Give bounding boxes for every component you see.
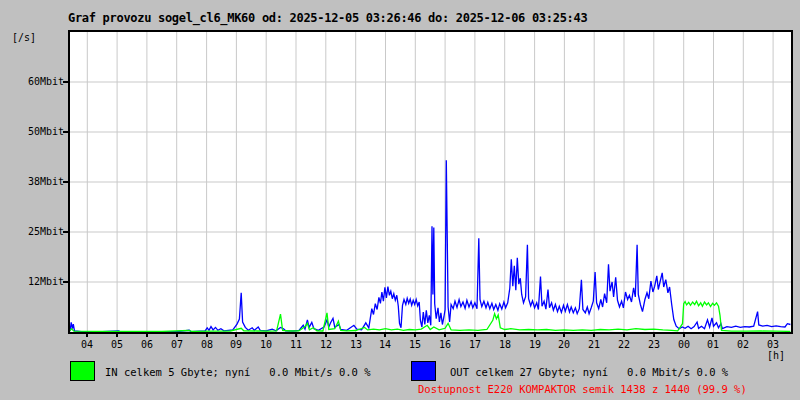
- availability-note: Dostupnost E220 KOMPAKTOR semik 1438 z 1…: [418, 383, 747, 395]
- x-tick-label: 02: [737, 340, 749, 350]
- x-tick-mark: [593, 334, 595, 337]
- x-tick-mark: [563, 334, 565, 337]
- y-tick-label: 60Mbit: [0, 77, 64, 87]
- x-tick-label: 04: [81, 340, 93, 350]
- x-tick-mark: [444, 334, 446, 337]
- x-tick-mark: [742, 334, 744, 337]
- x-tick-mark: [623, 334, 625, 337]
- x-tick-label: 00: [678, 340, 690, 350]
- x-tick-label: 07: [171, 340, 183, 350]
- plot-area: [68, 30, 793, 334]
- y-tick-mark: [63, 231, 69, 233]
- x-tick-mark: [504, 334, 506, 337]
- x-tick-label: 22: [618, 340, 630, 350]
- x-tick-label: 14: [379, 340, 391, 350]
- x-tick-mark: [474, 334, 476, 337]
- x-tick-mark: [534, 334, 536, 337]
- x-tick-label: 05: [111, 340, 123, 350]
- legend-out-label: OUT celkem 27 Gbyte; nyní 0.0 Mbit/s 0.0…: [450, 366, 728, 378]
- x-tick-mark: [683, 334, 685, 337]
- x-tick-mark: [146, 334, 148, 337]
- x-tick-label: 13: [350, 340, 362, 350]
- x-tick-mark: [116, 334, 118, 337]
- x-axis-unit-label: [h]: [767, 350, 785, 361]
- legend-out-swatch: [411, 361, 436, 381]
- x-tick-mark: [206, 334, 208, 337]
- x-tick-label: 12: [320, 340, 332, 350]
- x-tick-mark: [414, 334, 416, 337]
- x-tick-label: 08: [201, 340, 213, 350]
- x-tick-label: 11: [290, 340, 302, 350]
- page-title: Graf provozu sogel_cl6_MK60 od: 2025-12-…: [68, 11, 587, 25]
- legend-in-swatch: [70, 361, 95, 381]
- traffic-graph-page: { "title": "Graf provozu sogel_cl6_MK60 …: [0, 0, 800, 400]
- x-tick-label: 21: [588, 340, 600, 350]
- series-out-line: [70, 160, 790, 331]
- x-tick-mark: [176, 334, 178, 337]
- x-tick-label: 09: [230, 340, 242, 350]
- x-tick-mark: [235, 334, 237, 337]
- x-tick-mark: [772, 334, 774, 337]
- y-tick-label: 50Mbit: [0, 127, 64, 137]
- y-tick-mark: [63, 81, 69, 83]
- x-tick-label: 16: [439, 340, 451, 350]
- x-tick-mark: [295, 334, 297, 337]
- x-tick-mark: [653, 334, 655, 337]
- x-tick-label: 20: [558, 340, 570, 350]
- y-tick-label: 25Mbit: [0, 227, 64, 237]
- x-tick-mark: [355, 334, 357, 337]
- y-tick-mark: [63, 131, 69, 133]
- y-tick-label: 12Mbit: [0, 277, 64, 287]
- x-tick-label: 23: [648, 340, 660, 350]
- x-tick-mark: [712, 334, 714, 337]
- y-tick-label: 38Mbit: [0, 177, 64, 187]
- x-tick-label: 06: [141, 340, 153, 350]
- x-tick-label: 17: [469, 340, 481, 350]
- x-tick-label: 19: [529, 340, 541, 350]
- x-tick-label: 01: [707, 340, 719, 350]
- x-tick-mark: [384, 334, 386, 337]
- x-tick-mark: [325, 334, 327, 337]
- legend-in-label: IN celkem 5 Gbyte; nyní 0.0 Mbit/s 0.0 %: [105, 366, 371, 378]
- x-tick-label: 10: [260, 340, 272, 350]
- x-tick-mark: [265, 334, 267, 337]
- y-axis-unit-label: [/s]: [12, 32, 36, 43]
- x-tick-label: 03: [767, 340, 779, 350]
- y-tick-mark: [63, 281, 69, 283]
- x-tick-label: 15: [409, 340, 421, 350]
- traffic-chart: [70, 32, 791, 332]
- y-tick-mark: [63, 181, 69, 183]
- x-tick-label: 18: [499, 340, 511, 350]
- x-tick-mark: [86, 334, 88, 337]
